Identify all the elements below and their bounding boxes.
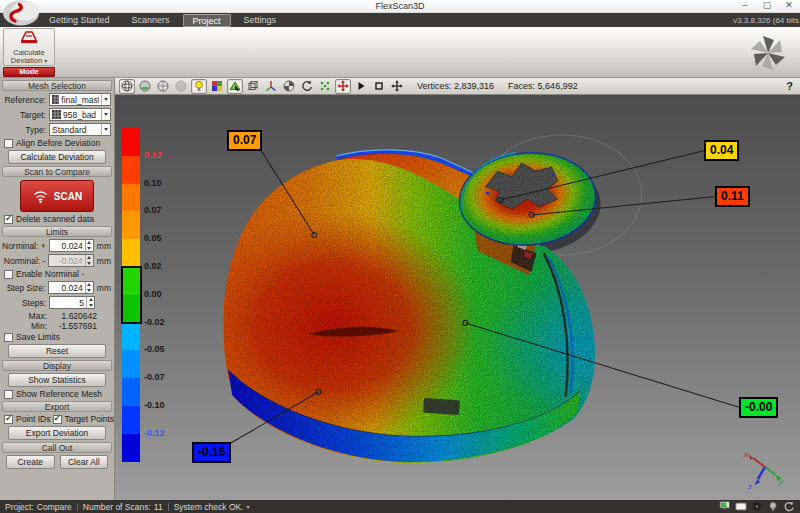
scale-label: 0.00 — [144, 289, 162, 299]
smooth-sphere-icon[interactable] — [155, 79, 171, 94]
show-reference-mesh-checkbox[interactable]: Show Reference Mesh — [4, 389, 110, 399]
bulb-off-icon[interactable] — [766, 501, 779, 512]
wireframe-sphere-icon[interactable] — [119, 79, 135, 94]
spinner-arrows-icon[interactable] — [86, 297, 94, 308]
save-limits-checkbox[interactable]: Save Limits — [4, 332, 110, 342]
pinwheel-logo-icon — [744, 28, 792, 80]
title-bar: FlexScan3D – ▢ ✕ — [0, 0, 800, 13]
calculate-deviation-mode-group: Calculate Deviation ▾ Mode — [0, 27, 115, 77]
nominal-minus-label: Norminal: - — [2, 256, 45, 266]
system-check-dropdown[interactable]: System check OK.▾ — [174, 502, 250, 512]
mesh-select-icon[interactable] — [227, 79, 243, 94]
vertices-label: Vertices: — [417, 81, 452, 91]
checkbox-box[interactable] — [4, 139, 13, 148]
min-value: -1.557691 — [47, 321, 111, 331]
scale-segment — [122, 128, 140, 156]
scale-label: -0.12 — [144, 428, 165, 438]
minimize-button[interactable]: – — [734, 0, 756, 12]
scale-segment — [122, 406, 140, 434]
callout-label[interactable]: 0.11 — [715, 186, 750, 207]
type-dropdown[interactable]: Standard — [49, 123, 111, 136]
mode-indicator: Mode — [3, 67, 55, 77]
spinner-arrows-icon[interactable] — [85, 282, 93, 293]
status-bar: Project:Compare Number of Scans:11 Syste… — [0, 500, 800, 513]
tab-getting-started[interactable]: Getting Started — [40, 14, 119, 27]
type-label: Type: — [2, 125, 46, 135]
spinner-arrows-icon — [85, 255, 93, 266]
viewport-toolbar: Vertices: 2,839,316 Faces: 5,646,992 ? — [115, 78, 800, 95]
tab-project[interactable]: Project — [183, 14, 231, 27]
chevron-down-icon: ▾ — [247, 503, 250, 510]
display-icon[interactable] — [734, 501, 747, 512]
checkbox-box[interactable] — [4, 215, 13, 224]
scale-label: 0.10 — [144, 178, 162, 188]
shaded-sphere-icon[interactable] — [137, 79, 153, 94]
maximize-button[interactable]: ▢ — [756, 0, 778, 12]
delete-scanned-data-checkbox[interactable]: Delete scanned data — [4, 214, 110, 224]
scan-button[interactable]: SCAN — [20, 180, 94, 212]
axis-icon[interactable] — [263, 79, 279, 94]
reference-dropdown[interactable]: final_master — [49, 93, 111, 106]
create-callout-button[interactable]: Create — [6, 455, 55, 469]
3d-viewport-canvas[interactable]: x y z — [115, 95, 800, 500]
monitor-icon[interactable] — [718, 501, 731, 512]
checkbox-box[interactable] — [4, 390, 13, 399]
checkbox-box[interactable] — [4, 415, 13, 424]
steps-input[interactable]: 5 — [49, 296, 95, 309]
clear-all-callouts-button[interactable]: Clear All — [60, 455, 109, 469]
point-ids-checkbox[interactable]: Point IDs — [4, 414, 51, 424]
steps-label: Steps: — [2, 298, 46, 308]
faces-label: Faces: — [508, 81, 535, 91]
step-size-label: Step Size: — [2, 283, 45, 293]
callout-label[interactable]: 0.07 — [227, 130, 262, 151]
scan-wifi-icon — [32, 189, 49, 204]
checkbox-box[interactable] — [53, 415, 62, 424]
move-icon[interactable] — [335, 79, 351, 94]
bounding-box-icon[interactable] — [245, 79, 261, 94]
align-before-deviation-checkbox[interactable]: Align Before Deviation — [4, 138, 110, 148]
axis-x-label: x — [743, 450, 749, 459]
callout-label[interactable]: 0.04 — [704, 140, 739, 161]
pan-icon[interactable] — [389, 79, 405, 94]
reset-button[interactable]: Reset — [8, 344, 106, 358]
section-mesh-selection: Mesh Selection — [2, 80, 112, 91]
tab-scanners[interactable]: Scanners — [123, 14, 179, 27]
callout-label[interactable]: -0.16 — [192, 442, 231, 463]
scale-label: 0.05 — [144, 233, 162, 243]
material-sphere-icon[interactable] — [281, 79, 297, 94]
chevron-down-icon — [101, 109, 110, 120]
target-dropdown[interactable]: 958_bad — [49, 108, 111, 121]
calculate-deviation-action-button[interactable]: Calculate Deviation — [8, 150, 106, 164]
target-points-checkbox[interactable]: Target Points — [53, 414, 115, 424]
axis-y-label: y — [778, 477, 784, 486]
scans-label: Number of Scans: — [83, 502, 151, 512]
export-deviation-button[interactable]: Export Deviation — [8, 426, 106, 440]
scale-label: 0.12 — [144, 150, 162, 160]
scale-label: -0.07 — [144, 372, 165, 382]
step-size-input[interactable]: 0.024 — [48, 281, 93, 294]
point-cloud-icon[interactable] — [317, 79, 333, 94]
nominal-plus-input[interactable]: 0.024 — [49, 239, 94, 252]
play-icon[interactable] — [353, 79, 369, 94]
section-limits: Limits — [2, 226, 112, 237]
section-export: Export — [2, 401, 112, 412]
light-bulb-icon[interactable] — [191, 79, 207, 94]
callout-label[interactable]: -0.00 — [739, 397, 778, 418]
calculate-deviation-button[interactable]: Calculate Deviation ▾ — [3, 28, 55, 66]
reset-view-icon[interactable] — [299, 79, 315, 94]
stop-icon[interactable] — [371, 79, 387, 94]
checkbox-box[interactable] — [4, 270, 13, 279]
texture-icon[interactable] — [209, 79, 225, 94]
project-value: Compare — [37, 502, 72, 512]
enable-nominal-minus-checkbox[interactable]: Enable Norminal - — [4, 269, 110, 279]
close-button[interactable]: ✕ — [778, 0, 800, 12]
spinner-arrows-icon[interactable] — [85, 240, 93, 251]
rotate-icon[interactable] — [782, 501, 795, 512]
scale-label: -0.02 — [144, 317, 165, 327]
show-statistics-button[interactable]: Show Statistics — [8, 373, 106, 387]
tab-bar: Getting StartedScannersProjectSettings v… — [0, 13, 800, 27]
gear-icon[interactable] — [750, 501, 763, 512]
help-button[interactable]: ? — [786, 80, 796, 92]
checkbox-box[interactable] — [4, 333, 13, 342]
tab-settings[interactable]: Settings — [235, 14, 286, 27]
